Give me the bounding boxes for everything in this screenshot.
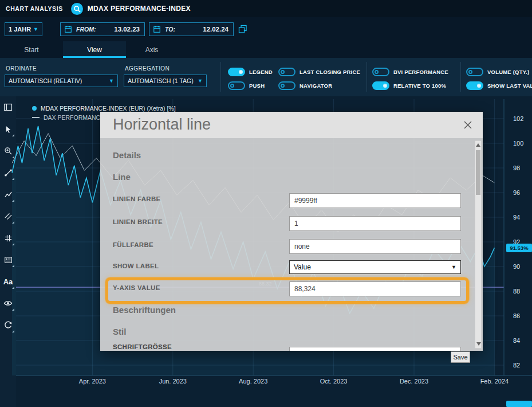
panel-icon[interactable] bbox=[0, 96, 16, 118]
instrument-title: MDAX PERFORMANCE-INDEX bbox=[88, 5, 191, 13]
dialog-scrollbar[interactable] bbox=[475, 140, 482, 349]
save-button[interactable]: Save bbox=[451, 351, 470, 363]
svg-text:90: 90 bbox=[513, 263, 520, 270]
toggle-show-last-value[interactable]: SHOW LAST VALUE bbox=[466, 81, 532, 90]
show-label-select[interactable]: Value ▼ bbox=[289, 260, 461, 274]
y-axis-value-input[interactable] bbox=[289, 281, 461, 296]
compare-copy-icon[interactable] bbox=[237, 24, 249, 35]
aggregation-value: AUTOMATISCH (1 TAG) bbox=[128, 77, 194, 84]
toggle-label: PUSH bbox=[249, 83, 265, 89]
svg-text:96: 96 bbox=[513, 189, 520, 196]
svg-text:Dec. 2023: Dec. 2023 bbox=[400, 378, 428, 385]
toggle-label: NAVIGATOR bbox=[300, 83, 332, 89]
series-dash-icon bbox=[32, 117, 40, 118]
section-details[interactable]: Details bbox=[113, 150, 141, 160]
svg-text:Feb. 2024: Feb. 2024 bbox=[480, 378, 509, 385]
search-icon[interactable] bbox=[71, 3, 83, 15]
toggle-navigator[interactable]: NAVIGATOR bbox=[278, 81, 332, 90]
toggle-label: RELATIVE TO 100% bbox=[393, 83, 446, 89]
line-width-input[interactable] bbox=[289, 216, 461, 231]
svg-text:84: 84 bbox=[513, 337, 520, 344]
toggle-pill bbox=[278, 68, 295, 76]
rotate-icon[interactable] bbox=[0, 314, 16, 336]
toggle-pill bbox=[228, 81, 245, 90]
aggregation-label: AGGREGATION bbox=[125, 65, 170, 72]
svg-text:100: 100 bbox=[513, 140, 523, 147]
svg-text:88: 88 bbox=[513, 288, 520, 295]
svg-text:Apr. 2023: Apr. 2023 bbox=[79, 378, 106, 385]
chevron-down-icon: ▼ bbox=[198, 79, 203, 84]
polyline-icon[interactable] bbox=[0, 183, 16, 205]
horizontal-line-dialog: Horizontal line Details Line LINIEN FARB… bbox=[100, 112, 483, 351]
toggle-push[interactable]: PUSH bbox=[228, 81, 265, 90]
scroll-down-icon[interactable] bbox=[476, 342, 481, 346]
fill-color-input[interactable] bbox=[289, 239, 461, 254]
section-beschriftungen[interactable]: Beschriftungen bbox=[113, 305, 176, 315]
top-bar: CHART ANALYSIS MDAX PERFORMANCE-INDEX bbox=[0, 0, 532, 17]
line-width-label: LINIEN BREITE bbox=[113, 218, 163, 225]
toggle-label: LAST CLOSING PRICE bbox=[300, 69, 360, 75]
calendar-icon bbox=[64, 25, 72, 33]
ordinate-label: ORDINATE bbox=[6, 65, 37, 72]
svg-text:Jun. 2023: Jun. 2023 bbox=[159, 378, 187, 385]
toggle-bvi-performance[interactable]: BVI PERFORMANCE bbox=[372, 67, 448, 76]
app-title: CHART ANALYSIS bbox=[6, 5, 63, 12]
ordinate-select[interactable]: AUTOMATISCH (RELATIV)▼ bbox=[5, 75, 118, 87]
ribbon-tabs: Start View Axis bbox=[0, 41, 532, 58]
trendline-icon[interactable] bbox=[0, 162, 16, 183]
axis-value-badge bbox=[506, 401, 532, 407]
toggle-label: BVI PERFORMANCE bbox=[393, 69, 448, 75]
period-select[interactable]: 1 JAHR ▼ bbox=[5, 22, 42, 36]
section-stil[interactable]: Stil bbox=[113, 327, 126, 336]
cursor-icon[interactable] bbox=[0, 118, 16, 140]
line-color-input[interactable] bbox=[289, 193, 461, 208]
from-value: 13.02.23 bbox=[114, 26, 140, 33]
ordinate-value: AUTOMATISCH (RELATIV) bbox=[9, 77, 82, 84]
toggle-legend[interactable]: LEGEND bbox=[228, 67, 273, 76]
svg-text:94: 94 bbox=[513, 214, 520, 221]
from-label: FROM: bbox=[76, 26, 96, 33]
channel-icon[interactable] bbox=[0, 205, 16, 227]
tab-label: Start bbox=[24, 46, 38, 54]
close-icon[interactable] bbox=[462, 119, 474, 131]
toggle-pill bbox=[466, 68, 483, 76]
chevron-down-icon: ▼ bbox=[109, 79, 114, 84]
font-size-input[interactable] bbox=[289, 347, 461, 351]
grid-icon[interactable] bbox=[0, 227, 16, 249]
fill-color-label: FÜLLFARBE bbox=[113, 241, 153, 248]
from-date-field[interactable]: FROM: 13.02.23 bbox=[60, 22, 145, 36]
toggle-label: VOLUME (QTY.) bbox=[487, 69, 529, 75]
scrollbar-thumb[interactable] bbox=[476, 150, 480, 195]
legend-label: MDAX PERFORMANCE-INDEX (EUR) (Xetra) [%] bbox=[41, 105, 176, 112]
toggle-pill bbox=[372, 68, 389, 76]
toggle-relative-to-100[interactable]: RELATIVE TO 100% bbox=[372, 81, 446, 90]
svg-text:102: 102 bbox=[513, 115, 523, 122]
toggle-pill bbox=[228, 68, 245, 76]
toolbar: 1 JAHR ▼ FROM: 13.02.23 TO: 12.02.24 bbox=[0, 17, 532, 41]
chevron-down-icon: ▼ bbox=[33, 27, 38, 32]
legend-box-icon[interactable] bbox=[0, 249, 16, 271]
section-line[interactable]: Line bbox=[113, 172, 131, 182]
font-size-label: SCHRIFTGRÖSSE bbox=[113, 343, 172, 350]
to-date-field[interactable]: TO: 12.02.24 bbox=[149, 22, 234, 36]
tab-view[interactable]: View bbox=[63, 41, 126, 58]
dialog-title: Horizontal line bbox=[113, 116, 211, 134]
text-icon[interactable]: Aa bbox=[0, 271, 16, 292]
calendar-icon bbox=[153, 25, 161, 33]
period-value: 1 JAHR bbox=[9, 26, 31, 33]
eye-icon[interactable] bbox=[0, 292, 16, 314]
tab-label: View bbox=[87, 46, 102, 54]
scroll-up-icon[interactable] bbox=[476, 143, 480, 147]
toggle-label: SHOW LAST VALUE bbox=[487, 83, 532, 89]
zoom-in-icon[interactable] bbox=[0, 140, 16, 162]
toggle-volume[interactable]: VOLUME (QTY.) bbox=[466, 67, 529, 76]
aggregation-select[interactable]: AUTOMATISCH (1 TAG)▼ bbox=[124, 75, 207, 87]
y-axis-value-label: Y-AXIS VALUE bbox=[113, 284, 160, 291]
svg-text:Aug. 2023: Aug. 2023 bbox=[239, 378, 267, 385]
separator bbox=[367, 62, 367, 92]
svg-text:82: 82 bbox=[513, 362, 520, 369]
toggle-last-closing-price[interactable]: LAST CLOSING PRICE bbox=[278, 67, 360, 76]
chevron-down-icon: ▼ bbox=[451, 264, 456, 270]
tab-start[interactable]: Start bbox=[0, 41, 63, 58]
tab-axis[interactable]: Axis bbox=[126, 41, 178, 58]
